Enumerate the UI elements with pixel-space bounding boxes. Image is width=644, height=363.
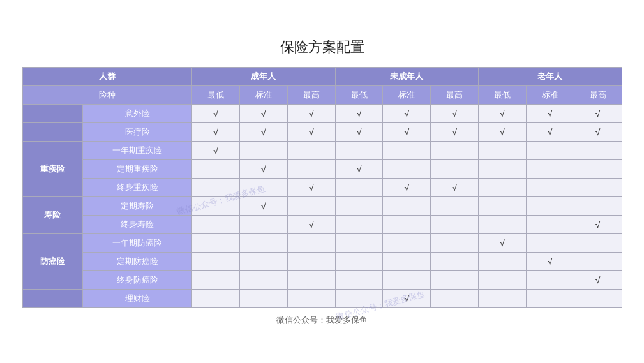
data-cell: √ [526, 104, 574, 122]
table-row: 定期重疾险√√ [22, 159, 622, 178]
data-cell [383, 233, 431, 252]
category-cell: 寿险 [22, 196, 82, 233]
data-cell [574, 233, 622, 252]
data-cell [335, 233, 383, 252]
data-cell [240, 252, 288, 270]
data-cell [431, 233, 479, 252]
data-cell: √ [335, 159, 383, 178]
header-sub-type: 险种 [22, 85, 192, 104]
header-group-minor: 未成年人 [335, 67, 478, 85]
data-cell: √ [287, 178, 335, 196]
insurance-table: 人群 成年人 未成年人 老年人 险种 最低 标准 最高 最低 标准 最高 最低 … [22, 67, 622, 308]
table-container: 微信公众号：我爱多保鱼 微信公众号：我爱多保鱼 人群 成年人 未成年人 老年人 … [22, 67, 622, 308]
data-cell [431, 141, 479, 159]
data-cell [526, 233, 574, 252]
header-group-row: 人群 成年人 未成年人 老年人 [22, 67, 622, 85]
data-cell [335, 270, 383, 289]
subcategory-cell: 终身寿险 [82, 215, 191, 233]
data-cell [240, 289, 288, 307]
data-cell [192, 289, 240, 307]
data-cell [240, 215, 288, 233]
table-row: 防癌险一年期防癌险√ [22, 233, 622, 252]
data-cell [526, 270, 574, 289]
header-sub-a2: 标准 [240, 85, 288, 104]
subcategory-cell: 一年期重疾险 [82, 141, 191, 159]
subcategory-cell: 终身重疾险 [82, 178, 191, 196]
page-wrapper: 保险方案配置 微信公众号：我爱多保鱼 微信公众号：我爱多保鱼 人群 成年人 未成… [16, 25, 629, 339]
data-cell [240, 233, 288, 252]
data-cell: √ [431, 104, 479, 122]
data-cell [574, 289, 622, 307]
data-cell [335, 196, 383, 215]
table-row: 定期防癌险√ [22, 252, 622, 270]
table-row: 重疾险一年期重疾险√ [22, 141, 622, 159]
data-cell: √ [240, 196, 288, 215]
data-cell: √ [479, 233, 527, 252]
data-cell [431, 289, 479, 307]
data-cell: √ [383, 122, 431, 141]
data-cell [287, 252, 335, 270]
data-cell: √ [431, 122, 479, 141]
data-cell [287, 270, 335, 289]
data-cell [574, 196, 622, 215]
header-group-adult: 成年人 [192, 67, 335, 85]
data-cell [479, 159, 527, 178]
data-cell: √ [574, 122, 622, 141]
data-cell [383, 159, 431, 178]
subcategory-cell: 定期防癌险 [82, 252, 191, 270]
data-cell [192, 252, 240, 270]
data-cell [526, 196, 574, 215]
data-cell [526, 178, 574, 196]
footer-text: 微信公众号：我爱多保鱼 [22, 315, 622, 326]
data-cell: √ [431, 178, 479, 196]
data-cell: √ [192, 104, 240, 122]
data-cell: √ [240, 159, 288, 178]
header-sub-b1: 最低 [335, 85, 383, 104]
subcategory-cell: 终身防癌险 [82, 270, 191, 289]
table-row: 终身寿险√√ [22, 215, 622, 233]
header-sub-c2: 标准 [526, 85, 574, 104]
data-cell [192, 196, 240, 215]
table-row: 寿险定期寿险√ [22, 196, 622, 215]
data-cell [526, 289, 574, 307]
data-cell [479, 178, 527, 196]
data-cell: √ [383, 104, 431, 122]
data-cell: √ [479, 122, 527, 141]
data-cell: √ [287, 215, 335, 233]
category-cell-empty [22, 122, 82, 141]
data-cell: √ [526, 122, 574, 141]
data-cell [287, 233, 335, 252]
header-sub-row: 险种 最低 标准 最高 最低 标准 最高 最低 标准 最高 [22, 85, 622, 104]
page-title: 保险方案配置 [22, 38, 622, 57]
data-cell [479, 141, 527, 159]
category-cell: 重疾险 [22, 141, 82, 196]
data-cell [287, 141, 335, 159]
subcategory-cell: 医疗险 [82, 122, 191, 141]
data-cell: √ [335, 122, 383, 141]
data-cell: √ [287, 122, 335, 141]
data-cell [431, 252, 479, 270]
table-row: 终身重疾险√√√ [22, 178, 622, 196]
data-cell [335, 215, 383, 233]
data-cell [192, 178, 240, 196]
header-group-renkun: 人群 [22, 67, 192, 85]
header-sub-b3: 最高 [431, 85, 479, 104]
data-cell: √ [335, 104, 383, 122]
header-sub-c3: 最高 [574, 85, 622, 104]
data-cell [479, 270, 527, 289]
data-cell [287, 159, 335, 178]
data-cell [240, 178, 288, 196]
data-cell [383, 141, 431, 159]
data-cell: √ [479, 104, 527, 122]
data-cell [335, 252, 383, 270]
data-cell [479, 289, 527, 307]
data-cell [574, 252, 622, 270]
header-sub-a1: 最低 [192, 85, 240, 104]
subcategory-cell: 定期重疾险 [82, 159, 191, 178]
data-cell [240, 270, 288, 289]
data-cell [526, 215, 574, 233]
subcategory-cell: 一年期防癌险 [82, 233, 191, 252]
data-cell [431, 196, 479, 215]
subcategory-cell: 意外险 [82, 104, 191, 122]
subcategory-cell: 定期寿险 [82, 196, 191, 215]
